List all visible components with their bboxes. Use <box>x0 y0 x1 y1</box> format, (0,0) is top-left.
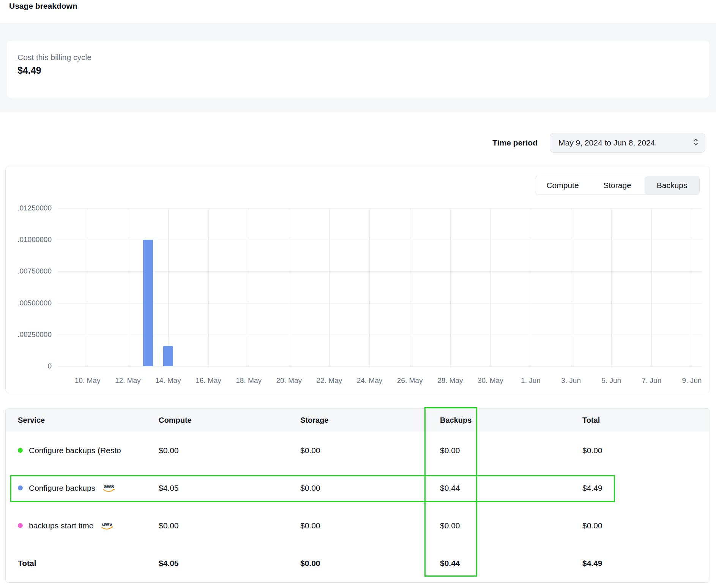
service-cell: backups start timeaws <box>18 518 159 533</box>
x-axis-tick-label: 22. May <box>312 376 346 385</box>
table-header-row: ServiceComputeStorageBackupsTotal <box>6 409 710 432</box>
total-row-label: Total <box>18 559 159 568</box>
table-total-row: Total$4.05$0.00$0.44$4.49 <box>6 544 710 582</box>
time-period-select[interactable]: May 9, 2024 to Jun 8, 2024 <box>550 133 705 153</box>
x-axis-tick-label: 14. May <box>151 376 185 385</box>
x-axis-tick-label: 12. May <box>111 376 145 385</box>
gridline-vertical <box>289 208 289 366</box>
x-axis-tick-label: 20. May <box>272 376 306 385</box>
y-axis-tick-label: .00250000 <box>10 330 52 339</box>
time-period-label: Time period <box>492 138 538 147</box>
service-name: backups start time <box>29 521 93 530</box>
select-updown-chevron-icon <box>692 138 699 149</box>
x-axis-tick-label: 9. Jun <box>675 376 709 385</box>
gridline-horizontal <box>57 366 702 367</box>
y-axis-tick-label: .00750000 <box>10 267 52 275</box>
service-cell: Configure backupsaws <box>18 481 159 495</box>
series-color-dot-icon <box>18 523 23 528</box>
tab-storage[interactable]: Storage <box>590 176 645 194</box>
x-axis-tick-label: 7. Jun <box>634 376 669 385</box>
x-axis-tick-label: 24. May <box>352 376 386 385</box>
tab-compute[interactable]: Compute <box>535 176 590 194</box>
gridline-horizontal <box>57 335 702 335</box>
chart-bar-13-may[interactable] <box>143 240 153 366</box>
x-axis-tick-label: 5. Jun <box>594 376 628 385</box>
cell-total: $4.49 <box>582 484 710 493</box>
y-axis-tick-label: .01000000 <box>10 236 52 244</box>
gridline-vertical <box>369 208 370 366</box>
x-axis-tick-label: 3. Jun <box>554 376 588 385</box>
gridline-vertical <box>329 208 330 366</box>
chart-bar-14-may[interactable] <box>163 346 173 366</box>
aws-icon: aws <box>102 483 116 495</box>
gridline-vertical <box>571 208 571 366</box>
cell-backups: $0.44 <box>440 484 582 493</box>
billing-cycle-label: Cost this billing cycle <box>17 53 91 62</box>
total-cell-total: $4.49 <box>582 559 710 568</box>
time-period-value: May 9, 2024 to Jun 8, 2024 <box>558 138 655 147</box>
cell-total: $0.00 <box>582 521 710 530</box>
billing-summary-card: Cost this billing cycle $4.49 <box>7 41 709 98</box>
x-axis-tick-label: 16. May <box>191 376 226 385</box>
total-cell-storage: $0.00 <box>300 559 440 568</box>
y-axis-tick-label: 0 <box>10 362 52 370</box>
gridline-vertical <box>208 208 209 366</box>
x-axis-tick-label: 26. May <box>393 376 427 385</box>
x-axis-tick-label: 30. May <box>473 376 508 385</box>
total-cell-compute: $4.05 <box>159 559 300 568</box>
table-row: Configure backupsaws$4.05$0.00$0.44$4.49 <box>6 469 710 507</box>
gridline-horizontal <box>57 208 702 209</box>
gridline-horizontal <box>57 240 702 240</box>
column-header-service: Service <box>18 416 159 425</box>
y-axis-tick-label: .01250000 <box>10 204 52 212</box>
time-period-row: Time period May 9, 2024 to Jun 8, 2024 <box>492 133 705 153</box>
cell-total: $0.00 <box>582 446 710 455</box>
cell-compute: $0.00 <box>159 446 300 455</box>
column-header-compute: Compute <box>159 416 300 425</box>
x-axis-tick-label: 28. May <box>433 376 467 385</box>
gridline-vertical <box>651 208 652 366</box>
gridline-vertical <box>410 208 410 366</box>
gridline-vertical <box>88 208 88 366</box>
gridline-horizontal <box>57 303 702 303</box>
cell-backups: $0.00 <box>440 521 582 530</box>
table-row: Configure backups (Resto$0.00$0.00$0.00$… <box>6 432 710 469</box>
usage-chart-card: ComputeStorageBackups .01250000.01000000… <box>5 166 710 393</box>
y-axis-tick-label: .00500000 <box>10 299 52 307</box>
cell-compute: $4.05 <box>159 484 300 493</box>
column-header-storage: Storage <box>300 416 440 425</box>
billing-summary-band: Cost this billing cycle $4.49 <box>0 23 716 112</box>
tab-backups[interactable]: Backups <box>645 176 699 194</box>
chart-plot-area <box>57 208 702 366</box>
gridline-horizontal <box>57 271 702 272</box>
gridline-vertical <box>611 208 612 366</box>
gridline-vertical <box>692 208 692 366</box>
service-cell: Configure backups (Resto <box>18 446 159 455</box>
svg-text:aws: aws <box>104 483 114 489</box>
x-axis-tick-label: 1. Jun <box>514 376 548 385</box>
column-header-total: Total <box>582 416 710 425</box>
cell-backups: $0.00 <box>440 446 582 455</box>
gridline-vertical <box>168 208 169 366</box>
cell-compute: $0.00 <box>159 521 300 530</box>
svg-text:aws: aws <box>102 521 112 527</box>
gridline-vertical <box>128 208 128 366</box>
page-title: Usage breakdown <box>9 2 77 11</box>
series-color-dot-icon <box>18 485 23 490</box>
aws-icon: aws <box>100 521 114 533</box>
x-axis-tick-label: 10. May <box>71 376 105 385</box>
cell-storage: $0.00 <box>300 521 440 530</box>
table-row: backups start timeaws$0.00$0.00$0.00$0.0… <box>6 507 710 544</box>
cell-storage: $0.00 <box>300 446 440 455</box>
gridline-vertical <box>490 208 491 366</box>
column-header-backups: Backups <box>440 416 582 425</box>
usage-breakdown-table: ServiceComputeStorageBackupsTotal Config… <box>5 408 710 583</box>
chart-metric-tabs: ComputeStorageBackups <box>535 176 700 195</box>
series-color-dot-icon <box>18 448 23 453</box>
gridline-vertical <box>249 208 249 366</box>
gridline-vertical <box>531 208 531 366</box>
gridline-vertical <box>450 208 451 366</box>
x-axis-tick-label: 18. May <box>232 376 266 385</box>
service-name: Configure backups <box>29 484 95 493</box>
billing-cycle-cost: $4.49 <box>17 65 41 76</box>
